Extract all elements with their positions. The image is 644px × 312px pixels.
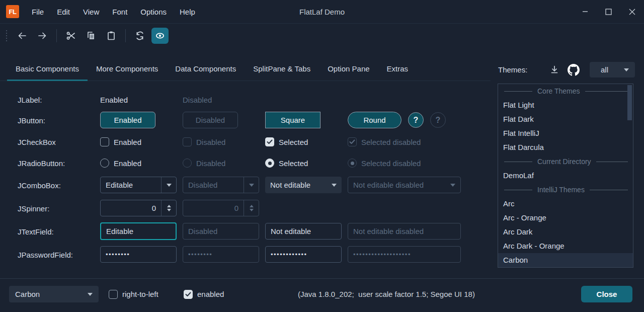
chevron-down-icon — [250, 209, 254, 211]
list-separator: IntelliJ Themes — [498, 183, 633, 197]
checkbox-box — [183, 137, 192, 146]
combobox-value[interactable]: Editable — [101, 181, 161, 189]
toolbar — [0, 24, 644, 47]
enabled-checkbox[interactable]: enabled — [184, 286, 224, 302]
chevron-up-icon — [250, 205, 254, 207]
toolbar-grip[interactable] — [6, 30, 7, 41]
checkbox-box — [265, 137, 274, 146]
help-button-disabled: ? — [430, 112, 446, 128]
maximize-button[interactable] — [597, 0, 620, 23]
theme-item-flat-dark[interactable]: Flat Dark — [498, 112, 633, 126]
theme-item-carbon[interactable]: Carbon — [498, 253, 633, 267]
paste-button[interactable] — [103, 28, 120, 44]
maximize-icon — [605, 9, 612, 15]
tab-basic-components[interactable]: Basic Components — [7, 58, 88, 81]
theme-item-arc-dark-orange[interactable]: Arc Dark - Orange — [498, 239, 633, 253]
themes-list: Core Themes Flat Light Flat Dark Flat In… — [498, 84, 633, 268]
textfield-editable[interactable]: Editable — [100, 222, 177, 240]
jbutton-row-label: JButton: — [18, 116, 45, 125]
help-button[interactable]: ? — [408, 112, 424, 128]
jradiobutton-row: JRadioButton: Enabled Disabled Selected … — [0, 154, 493, 172]
separator-label: Current Directory — [537, 158, 591, 166]
jtextfield-row: JTextField: Editable Disabled Not editab… — [0, 223, 493, 240]
radio-circle — [265, 159, 274, 168]
jlabel-enabled: Enabled — [100, 96, 128, 104]
passwordfield-editable[interactable]: •••••••• — [100, 246, 177, 263]
radio-disabled: Disabled — [183, 159, 225, 168]
square-button[interactable]: Square — [265, 112, 320, 128]
radio-label: Enabled — [114, 159, 141, 168]
scrollbar-thumb[interactable] — [627, 85, 632, 120]
checkbox-label: right-to-left — [122, 290, 158, 298]
spinner-enabled[interactable]: 0 — [100, 200, 177, 216]
textfield-not-editable-disabled: Not editable disabled — [348, 223, 461, 240]
refresh-button[interactable] — [131, 28, 148, 44]
menu-view[interactable]: View — [76, 0, 106, 24]
combobox-arrow-button[interactable] — [161, 177, 176, 193]
spinner-disabled: 0 — [183, 200, 259, 216]
github-button[interactable] — [566, 62, 582, 77]
jcombobox-row: JComboBox: Editable Disabled Not editabl… — [0, 177, 493, 194]
combobox-arrow-button[interactable] — [82, 293, 99, 296]
refresh-icon — [135, 31, 145, 41]
spinner-buttons — [244, 200, 259, 216]
menubar: File Edit View Font Options Help — [25, 0, 202, 24]
close-window-button[interactable] — [620, 0, 644, 23]
tab-option-pane[interactable]: Option Pane — [319, 58, 378, 81]
tab-data-components[interactable]: Data Components — [167, 58, 245, 81]
tab-extras[interactable]: Extras — [378, 58, 417, 81]
back-button[interactable] — [14, 28, 31, 44]
enabled-button[interactable]: Enabled — [100, 112, 155, 128]
textfield-not-editable[interactable]: Not editable — [265, 223, 342, 240]
flatlaf-demo-window: FL File Edit View Font Options Help Flat… — [0, 0, 644, 312]
menu-file[interactable]: File — [25, 0, 50, 24]
close-button[interactable]: Close — [581, 286, 632, 302]
titlebar: FL File Edit View Font Options Help Flat… — [0, 0, 644, 24]
themes-title: Themes: — [498, 65, 527, 74]
menu-edit[interactable]: Edit — [50, 0, 76, 24]
theme-item-flat-darcula[interactable]: Flat Darcula — [498, 140, 633, 154]
cut-button[interactable] — [62, 28, 79, 44]
show-hidden-toggle-button[interactable] — [151, 28, 169, 44]
spinner-value[interactable]: 0 — [101, 204, 161, 212]
theme-item-demolaf[interactable]: DemoLaf — [498, 169, 633, 183]
theme-item-arc-dark[interactable]: Arc Dark — [498, 225, 633, 239]
radio-selected[interactable]: Selected — [265, 159, 308, 168]
forward-button[interactable] — [34, 28, 51, 44]
theme-filter-combobox[interactable]: all — [590, 62, 635, 77]
combobox-disabled: Disabled — [183, 177, 259, 193]
cut-icon — [66, 31, 76, 41]
theme-item-flat-light[interactable]: Flat Light — [498, 98, 633, 112]
right-to-left-checkbox[interactable]: right-to-left — [109, 286, 158, 302]
theme-item-arc[interactable]: Arc — [498, 197, 633, 211]
menu-font[interactable]: Font — [106, 0, 134, 24]
passwordfield-not-editable[interactable]: •••••••••••• — [265, 246, 342, 263]
spinner-buttons[interactable] — [161, 200, 176, 216]
menu-help[interactable]: Help — [173, 0, 202, 24]
combobox-not-editable[interactable]: Not editable — [265, 177, 342, 193]
download-themes-button[interactable] — [546, 62, 562, 77]
menu-options[interactable]: Options — [134, 0, 173, 24]
combobox-arrow-button[interactable] — [327, 177, 342, 193]
combobox-editable[interactable]: Editable — [100, 177, 177, 193]
jlabel-disabled: Disabled — [183, 96, 212, 104]
radio-enabled[interactable]: Enabled — [100, 159, 141, 168]
theme-selector-combobox[interactable]: Carbon — [9, 286, 99, 302]
theme-item-flat-intellij[interactable]: Flat IntelliJ — [498, 126, 633, 140]
minimize-button[interactable] — [573, 0, 597, 23]
checkbox-label: Enabled — [114, 138, 141, 146]
forward-icon — [37, 31, 47, 41]
copy-icon — [86, 31, 96, 41]
tab-splitpane-tabs[interactable]: SplitPane & Tabs — [245, 58, 319, 81]
round-button[interactable]: Round — [348, 112, 401, 128]
combobox-value: Not editable disabled — [348, 181, 445, 189]
checkbox-selected[interactable]: Selected — [265, 137, 308, 146]
theme-item-arc-orange[interactable]: Arc - Orange — [498, 211, 633, 225]
jtextfield-row-label: JTextField: — [18, 227, 54, 236]
checkbox-label: Disabled — [196, 138, 225, 146]
jcheckbox-row: JCheckBox Enabled Disabled Selected Sele… — [0, 133, 493, 150]
checkbox-enabled[interactable]: Enabled — [100, 137, 141, 146]
radio-selected-disabled: Selected disabled — [348, 159, 421, 168]
copy-button[interactable] — [83, 28, 100, 44]
tab-more-components[interactable]: More Components — [88, 58, 167, 81]
